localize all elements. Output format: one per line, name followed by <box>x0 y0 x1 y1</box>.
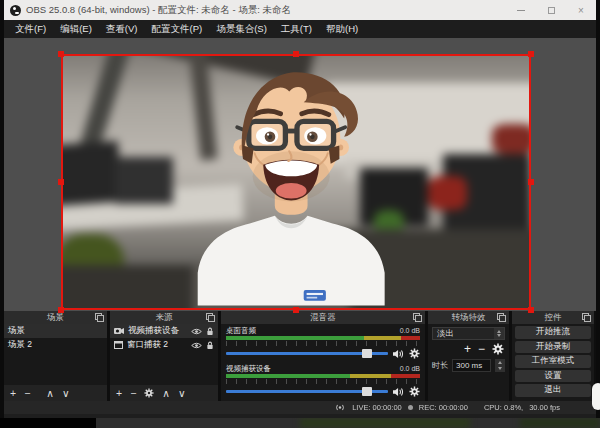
remove-source-button[interactable]: − <box>130 388 136 399</box>
resize-handle-mid-right[interactable] <box>528 179 534 185</box>
scene-item-2[interactable]: 场景 2 <box>4 338 107 352</box>
meter-scale <box>226 341 420 346</box>
mixer-channel-desktop-audio: 桌面音频 0.0 dB <box>221 324 425 359</box>
lock-icon[interactable] <box>206 327 214 336</box>
scene-label: 场景 <box>8 325 25 337</box>
duration-row: 时长 300 ms <box>428 355 509 372</box>
resize-handle-top-left[interactable] <box>58 51 64 57</box>
mixer-dock-header: 混音器 <box>221 311 425 324</box>
window-capture-icon <box>114 341 123 349</box>
start-streaming-button[interactable]: 开始推流 <box>515 326 591 339</box>
spin-down-icon <box>498 367 502 370</box>
transitions-body: 淡出 + − 时长 300 ms <box>428 324 509 401</box>
sources-dock-header: 来源 <box>110 311 218 324</box>
menu-help[interactable]: 帮助(H) <box>319 23 365 36</box>
mixer-body: 桌面音频 0.0 dB <box>221 324 425 401</box>
resize-handle-bottom-left[interactable] <box>58 307 64 313</box>
source-item-window-capture[interactable]: 窗口捕获 2 <box>110 338 218 352</box>
volume-slider-handle[interactable] <box>362 387 372 396</box>
popout-dock-icon[interactable] <box>413 313 422 322</box>
volume-slider-handle[interactable] <box>362 349 372 358</box>
preview-canvas[interactable] <box>4 38 596 311</box>
source-item-video-capture[interactable]: 视频捕获设备 <box>110 324 218 338</box>
resize-handle-mid-left[interactable] <box>58 179 64 185</box>
combo-spinner[interactable] <box>494 328 504 339</box>
video-source-webcam[interactable] <box>61 54 531 310</box>
speaker-icon[interactable] <box>393 349 404 359</box>
transition-select[interactable]: 淡出 <box>432 327 505 340</box>
status-bar: LIVE: 00:00:00 REC: 00:00:00 CPU: 0.8%, … <box>4 401 596 414</box>
transitions-dock: 转场特效 淡出 + − 时长 300 ms <box>428 311 509 401</box>
scene-up-button[interactable]: ∧ <box>46 388 54 399</box>
lock-icon[interactable] <box>206 341 214 350</box>
volume-slider[interactable] <box>226 390 388 393</box>
window-controls: × <box>506 0 596 20</box>
transition-properties-gear-icon[interactable] <box>492 343 504 355</box>
scenes-dock: 场景 场景 场景 2 + − ∧ ∨ <box>4 311 107 401</box>
rec-status: REC: 00:00:00 <box>419 403 468 412</box>
broadcast-signal-icon <box>334 403 346 412</box>
dock-row: 场景 场景 场景 2 + − ∧ ∨ 来源 视频 <box>4 311 596 401</box>
remove-transition-button[interactable]: − <box>478 343 485 355</box>
menu-edit[interactable]: 编辑(E) <box>53 23 99 36</box>
maximize-button[interactable] <box>536 0 566 20</box>
volume-meter <box>226 374 420 378</box>
add-source-button[interactable]: + <box>116 388 122 399</box>
popout-dock-icon[interactable] <box>497 313 506 322</box>
controls-body: 开始推流 开始录制 工作室模式 设置 退出 <box>512 324 594 401</box>
sources-toolbar: + − ∧ ∨ <box>110 385 218 401</box>
close-button[interactable]: × <box>566 0 596 20</box>
speaker-icon[interactable] <box>393 387 404 397</box>
add-scene-button[interactable]: + <box>10 388 16 399</box>
menu-scene-collection[interactable]: 场景集合(S) <box>209 23 274 36</box>
transitions-toolbar: + − <box>428 340 509 355</box>
resize-handle-bottom-right[interactable] <box>528 307 534 313</box>
scene-item-1[interactable]: 场景 <box>4 324 107 338</box>
settings-button[interactable]: 设置 <box>515 370 591 383</box>
spin-up-icon <box>497 330 501 333</box>
source-up-button[interactable]: ∧ <box>162 388 170 399</box>
maximize-icon <box>548 7 555 14</box>
exit-button[interactable]: 退出 <box>515 384 591 397</box>
menu-tools[interactable]: 工具(T) <box>274 23 319 36</box>
popout-dock-icon[interactable] <box>582 313 591 322</box>
popout-dock-icon[interactable] <box>95 313 104 322</box>
obs-window: OBS 25.0.8 (64-bit, windows) - 配置文件: 未命名… <box>4 0 596 418</box>
scene-label: 场景 2 <box>8 339 32 351</box>
menu-profile[interactable]: 配置文件(P) <box>144 23 209 36</box>
popout-dock-icon[interactable] <box>206 313 215 322</box>
menu-file[interactable]: 文件(F) <box>8 23 53 36</box>
remove-scene-button[interactable]: − <box>24 388 30 399</box>
sources-list: 视频捕获设备 窗口捕获 2 <box>110 324 218 385</box>
transitions-title: 转场特效 <box>452 312 486 324</box>
mixer-gear-icon[interactable] <box>409 348 420 359</box>
sources-dock: 来源 视频捕获设备 窗口捕获 2 <box>110 311 218 401</box>
duration-input[interactable]: 300 ms <box>452 359 491 372</box>
eye-visible-icon[interactable] <box>191 342 202 349</box>
source-down-button[interactable]: ∨ <box>178 388 186 399</box>
resize-handle-top-center[interactable] <box>293 51 299 57</box>
mixer-channel-video-capture: 视频捕获设备 0.0 dB <box>221 362 425 397</box>
resize-handle-bottom-center[interactable] <box>293 307 299 313</box>
volume-slider[interactable] <box>226 352 388 355</box>
eye-visible-icon[interactable] <box>191 328 202 335</box>
scene-down-button[interactable]: ∨ <box>62 388 70 399</box>
source-label: 窗口捕获 2 <box>127 339 168 351</box>
background-white-object <box>592 383 600 410</box>
studio-mode-button[interactable]: 工作室模式 <box>515 355 591 368</box>
video-capture-icon <box>114 327 124 335</box>
mixer-gear-icon[interactable] <box>409 386 420 397</box>
minimize-button[interactable] <box>506 0 536 20</box>
source-properties-gear-icon[interactable] <box>144 388 154 398</box>
duration-spinner[interactable] <box>495 359 505 372</box>
resize-handle-top-right[interactable] <box>528 51 534 57</box>
start-recording-button[interactable]: 开始录制 <box>515 341 591 354</box>
mixer-db-value: 0.0 dB <box>400 365 420 372</box>
mixer-dock: 混音器 桌面音频 0.0 dB <box>221 311 425 401</box>
transitions-dock-header: 转场特效 <box>428 311 509 324</box>
controls-title: 控件 <box>545 312 562 324</box>
add-transition-button[interactable]: + <box>464 343 471 355</box>
menu-view[interactable]: 查看(V) <box>99 23 145 36</box>
minimize-icon <box>517 10 525 11</box>
rec-status-dot <box>408 405 413 410</box>
